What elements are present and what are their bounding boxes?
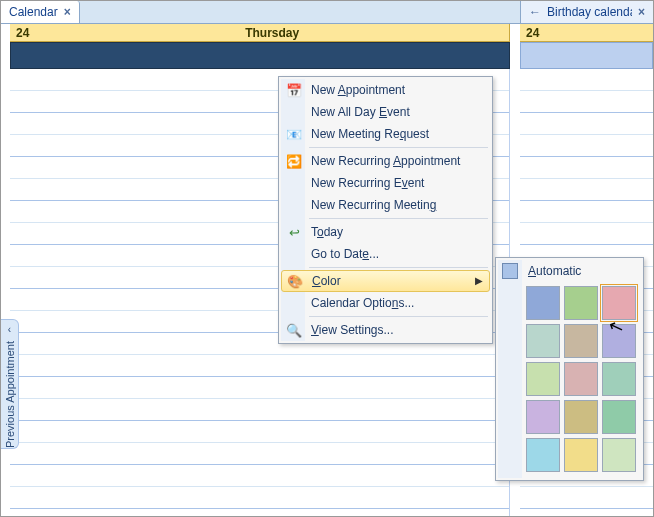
menu-label: New Meeting Request: [311, 127, 429, 141]
context-menu: 📅 New Appointment New All Day Event 📧 Ne…: [278, 76, 493, 344]
day-header-main[interactable]: 24 Thursday: [10, 24, 510, 42]
menu-today[interactable]: ↩ Today: [281, 221, 490, 243]
menu-label: Calendar Options...: [311, 296, 414, 310]
calendar-icon: 📅: [285, 81, 303, 99]
color-submenu: Automatic: [495, 257, 644, 481]
menu-new-allday-event[interactable]: New All Day Event: [281, 101, 490, 123]
time-slot[interactable]: [10, 399, 509, 421]
tab-label: Birthday calendar: [547, 5, 632, 19]
tab-calendar[interactable]: Calendar ×: [1, 1, 80, 23]
automatic-swatch-icon: [502, 263, 518, 279]
color-swatch[interactable]: [602, 286, 636, 320]
color-swatch[interactable]: [526, 400, 560, 434]
day-number: 24: [10, 26, 35, 40]
close-icon[interactable]: ×: [638, 5, 645, 19]
recurring-icon: 🔁: [285, 152, 303, 170]
color-swatch[interactable]: [602, 400, 636, 434]
meeting-icon: 📧: [285, 125, 303, 143]
color-swatch[interactable]: [526, 324, 560, 358]
menu-new-recurring-event[interactable]: New Recurring Event: [281, 172, 490, 194]
tab-bar: Calendar × ← Birthday calendar ×: [1, 1, 653, 24]
menu-label: New Appointment: [311, 83, 405, 97]
time-slot[interactable]: [10, 465, 509, 487]
menu-new-recurring-appointment[interactable]: 🔁 New Recurring Appointment: [281, 150, 490, 172]
time-slot[interactable]: [10, 421, 509, 443]
menu-label: View Settings...: [311, 323, 394, 337]
menu-label: New All Day Event: [311, 105, 410, 119]
time-slot[interactable]: [520, 91, 653, 113]
time-slot[interactable]: [10, 377, 509, 399]
time-slot[interactable]: [520, 179, 653, 201]
color-swatch[interactable]: [602, 438, 636, 472]
time-slot[interactable]: [520, 113, 653, 135]
allday-side[interactable]: [520, 42, 653, 69]
day-number: 24: [520, 26, 545, 40]
previous-appointment-label: Previous Appointment: [4, 341, 16, 448]
allday-event[interactable]: [10, 42, 510, 69]
color-wheel-icon: 🎨: [286, 272, 304, 290]
menu-label: New Recurring Meeting: [311, 198, 436, 212]
time-slot[interactable]: [10, 355, 509, 377]
day-header: 24 Thursday 24: [1, 24, 653, 42]
color-swatch[interactable]: [564, 438, 598, 472]
color-swatch[interactable]: [564, 286, 598, 320]
menu-new-meeting-request[interactable]: 📧 New Meeting Request: [281, 123, 490, 145]
menu-label: Today: [311, 225, 343, 239]
allday-row: [1, 42, 653, 69]
close-icon[interactable]: ×: [64, 5, 71, 19]
menu-label: Color: [312, 274, 341, 288]
submenu-arrow-icon: ▶: [475, 275, 483, 286]
menu-goto-date[interactable]: Go to Date...: [281, 243, 490, 265]
day-name: Thursday: [35, 26, 509, 40]
time-slot[interactable]: [10, 443, 509, 465]
menu-label: New Recurring Event: [311, 176, 424, 190]
color-swatch[interactable]: [526, 286, 560, 320]
color-swatch[interactable]: [526, 362, 560, 396]
menu-view-settings[interactable]: 🔍 View Settings...: [281, 319, 490, 341]
time-slot[interactable]: [520, 135, 653, 157]
chevron-left-icon: ‹: [8, 324, 11, 335]
color-swatch[interactable]: [602, 324, 636, 358]
time-slot[interactable]: [520, 69, 653, 91]
time-slot[interactable]: [520, 157, 653, 179]
color-swatch[interactable]: [564, 400, 598, 434]
time-slot[interactable]: [520, 201, 653, 223]
color-automatic[interactable]: Automatic: [498, 260, 641, 282]
time-slot[interactable]: [520, 487, 653, 509]
menu-calendar-options[interactable]: Calendar Options...: [281, 292, 490, 314]
color-swatch-grid: [498, 282, 641, 478]
previous-appointment-tab[interactable]: ‹ Previous Appointment: [1, 319, 19, 449]
menu-color[interactable]: 🎨 Color ▶: [281, 270, 490, 292]
menu-new-appointment[interactable]: 📅 New Appointment: [281, 79, 490, 101]
time-slot[interactable]: [520, 223, 653, 245]
color-swatch[interactable]: [602, 362, 636, 396]
day-header-side[interactable]: 24: [520, 24, 653, 42]
automatic-label: Automatic: [528, 264, 581, 278]
color-swatch[interactable]: [526, 438, 560, 472]
arrow-left-icon: ←: [529, 5, 541, 19]
today-icon: ↩: [285, 223, 303, 241]
menu-label: New Recurring Appointment: [311, 154, 460, 168]
tab-label: Calendar: [9, 5, 58, 19]
color-swatch[interactable]: [564, 324, 598, 358]
color-swatch[interactable]: [564, 362, 598, 396]
view-settings-icon: 🔍: [285, 321, 303, 339]
menu-label: Go to Date...: [311, 247, 379, 261]
menu-new-recurring-meeting[interactable]: New Recurring Meeting: [281, 194, 490, 216]
time-slot[interactable]: [10, 487, 509, 509]
tab-birthday-calendar[interactable]: ← Birthday calendar ×: [520, 1, 653, 23]
